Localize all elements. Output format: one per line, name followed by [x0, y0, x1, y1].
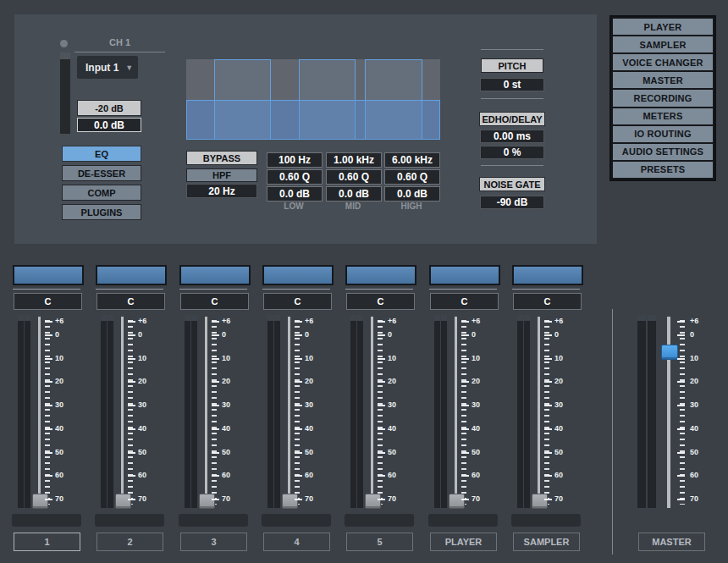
fader-handle[interactable]	[32, 494, 48, 509]
eq-low-freq[interactable]: 100 Hz	[267, 152, 323, 168]
channel-level-bar	[345, 265, 416, 285]
fader-scale-label: 10	[305, 354, 327, 362]
sidebar-button-recording[interactable]: RECORDING	[613, 90, 713, 106]
level-meter-left	[18, 315, 24, 508]
gain-button[interactable]: -20 dB	[77, 100, 141, 116]
fader-track[interactable]	[288, 317, 290, 508]
sidebar-button-io-routing[interactable]: IO ROUTING	[613, 126, 713, 142]
channel-select-button[interactable]: SAMPLER	[513, 533, 580, 551]
echo-delay-button[interactable]: EDHO/DELAY	[479, 112, 545, 126]
fader-scale-tick	[45, 452, 52, 454]
tab-eq[interactable]: EQ	[62, 146, 141, 162]
sidebar-button-presets[interactable]: PRESETS	[613, 162, 713, 178]
pan-knob-display[interactable]: C	[180, 293, 249, 310]
fader-scale-label: 10	[138, 354, 160, 362]
hpf-button[interactable]: HPF	[186, 168, 257, 182]
pan-knob-display[interactable]: C	[513, 293, 582, 310]
channel-select-button[interactable]: 1	[14, 533, 80, 551]
echo-time-display[interactable]: 0.00 ms	[480, 130, 544, 143]
echo-mix-display[interactable]: 0 %	[480, 146, 544, 159]
noise-gate-button[interactable]: NOISE GATE	[479, 177, 545, 191]
input-select-dropdown[interactable]: Input 1 ▼	[77, 56, 138, 79]
level-meter-right	[357, 315, 363, 508]
channel-select-button[interactable]: 4	[263, 533, 330, 551]
fader-scale-tick	[212, 334, 219, 336]
pan-knob-display[interactable]: C	[14, 293, 82, 310]
pan-knob-display[interactable]: C	[97, 293, 165, 310]
fader-scale-tick	[378, 475, 385, 477]
fader-zone: +6010203040506070	[631, 313, 714, 510]
eq-bypass-button[interactable]: BYPASS	[186, 151, 257, 165]
fader-handle[interactable]	[115, 494, 131, 509]
pan-knob-display[interactable]: C	[263, 293, 332, 310]
fader-scale-label: 0	[690, 330, 712, 339]
fader-scale-label: 10	[222, 354, 244, 362]
tab-comp[interactable]: COMP	[62, 185, 141, 201]
fader-handle[interactable]	[449, 494, 465, 509]
fader-track[interactable]	[371, 317, 373, 508]
channel-value-display	[262, 514, 331, 527]
channel-input-meter	[60, 52, 70, 134]
sidebar-button-meters[interactable]: METERS	[613, 108, 713, 124]
fader-track[interactable]	[538, 317, 540, 508]
fader-scale-label: 60	[472, 471, 494, 479]
sidebar-button-sampler[interactable]: SAMPLER	[613, 36, 713, 52]
eq-mid-q[interactable]: 0.60 Q	[326, 169, 382, 185]
pan-value: C	[212, 296, 218, 306]
sidebar-button-audio-settings[interactable]: AUDIO SETTINGS	[613, 144, 713, 160]
sidebar-button-voice-changer[interactable]: VOICE CHANGER	[613, 54, 713, 70]
fader-scale-label: 40	[388, 424, 410, 433]
fader-scale-label: 10	[690, 354, 712, 362]
fader-scale-tick	[378, 452, 385, 454]
fader-track[interactable]	[121, 317, 124, 508]
channel-select-button[interactable]: 5	[346, 533, 413, 551]
eq-high-freq[interactable]: 6.00 kHz	[384, 152, 440, 168]
sidebar-button-player[interactable]: PLAYER	[613, 19, 713, 35]
noise-gate-value-display[interactable]: -90 dB	[480, 196, 544, 209]
fader-track[interactable]	[38, 317, 41, 508]
eq-high-q[interactable]: 0.60 Q	[384, 169, 440, 185]
fader-scale-label: 20	[388, 377, 410, 385]
eq-mid-freq[interactable]: 1.00 kHz	[326, 152, 382, 168]
fader-handle[interactable]	[282, 494, 298, 509]
eq-band-low-region[interactable]	[214, 59, 271, 140]
pitch-button[interactable]: PITCH	[481, 58, 543, 73]
channel-select-button[interactable]: 3	[180, 533, 247, 551]
fader-scale-label: 40	[305, 424, 327, 433]
hpf-freq-display[interactable]: 20 Hz	[186, 184, 257, 198]
fader-scale-label: 60	[388, 471, 410, 479]
gain-value-display[interactable]: 0.0 dB	[77, 118, 141, 132]
fader-scale-label: +6	[388, 317, 410, 325]
tab-plugins[interactable]: PLUGINS	[62, 204, 141, 220]
channel-select-button[interactable]: 2	[97, 533, 163, 551]
pan-knob-display[interactable]: C	[430, 293, 499, 310]
eq-mid-gain[interactable]: 0.0 dB	[326, 186, 382, 201]
strip-divider	[512, 289, 580, 290]
pan-knob-display[interactable]: C	[346, 293, 415, 310]
fader-handle[interactable]	[199, 494, 215, 509]
eq-high-gain[interactable]: 0.0 dB	[384, 186, 440, 201]
fader-scale-minor-ticks	[295, 320, 300, 505]
strip-divider	[429, 289, 497, 290]
channel-select-button[interactable]: MASTER	[638, 533, 705, 551]
pitch-value-display[interactable]: 0 st	[480, 78, 544, 91]
eq-low-q[interactable]: 0.60 Q	[267, 169, 323, 185]
eq-band-mid-region[interactable]	[299, 59, 356, 140]
fader-scale-label: 0	[472, 330, 494, 339]
fader-track[interactable]	[205, 317, 207, 508]
eq-low-gain[interactable]: 0.0 dB	[267, 186, 323, 201]
fader-handle[interactable]	[532, 494, 548, 509]
fader-track[interactable]	[455, 317, 457, 508]
fader-scale-tick	[677, 428, 685, 430]
sidebar-button-master[interactable]: MASTER	[613, 72, 713, 88]
eq-band-high-region[interactable]	[365, 59, 422, 140]
fader-handle[interactable]	[365, 494, 381, 509]
master-section-divider	[612, 309, 613, 555]
fader-handle[interactable]	[661, 345, 678, 360]
chevron-down-icon: ▼	[125, 63, 133, 72]
fx-divider	[481, 165, 543, 166]
pan-value: C	[378, 296, 384, 306]
channel-select-button[interactable]: PLAYER	[430, 533, 497, 551]
tab-de-esser[interactable]: DE-ESSER	[62, 165, 141, 181]
channel-value-display	[95, 514, 164, 527]
